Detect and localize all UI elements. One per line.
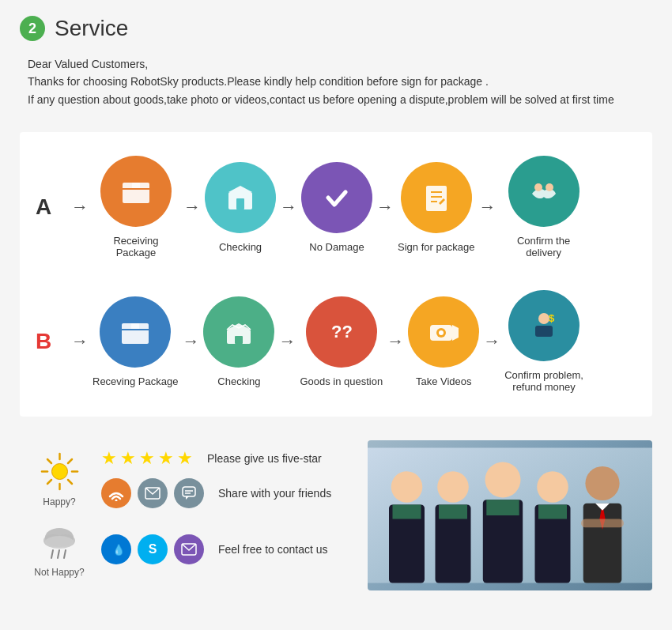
arrow-a-4: → xyxy=(479,197,496,217)
icon-receving-package xyxy=(100,296,171,368)
svg-point-19 xyxy=(439,330,444,335)
flow-item-b1: Receving Package xyxy=(92,296,178,387)
arrow-a-start: → xyxy=(71,197,89,217)
arrow-a-3: → xyxy=(376,197,394,217)
not-happy-label: Not Happy? xyxy=(34,567,84,578)
svg-rect-65 xyxy=(581,519,624,528)
svg-rect-5 xyxy=(426,186,447,211)
svg-point-9 xyxy=(534,183,542,191)
svg-marker-20 xyxy=(452,325,459,341)
intro-line2: Thanks for choosing RobotSky products.Pl… xyxy=(28,73,652,90)
happy-icon-wrap: Happy? xyxy=(32,450,87,507)
sun-icon xyxy=(38,450,81,493)
label-b4: Take Videos xyxy=(416,375,472,387)
share-icon-2[interactable] xyxy=(138,478,168,508)
section-number: 2 xyxy=(20,16,45,41)
svg-rect-1 xyxy=(132,183,140,189)
svg-point-21 xyxy=(538,313,549,324)
not-happy-icon-wrap: Not Happy? xyxy=(32,520,87,578)
icon-confirm-delivery xyxy=(508,156,580,227)
row-a-label: A xyxy=(36,194,55,220)
contact-icon-1[interactable]: 💧 xyxy=(101,534,131,564)
svg-rect-12 xyxy=(131,323,139,330)
svg-rect-57 xyxy=(486,500,519,515)
action1-text: Please give us five-star xyxy=(207,452,322,465)
flow-section: A → Receiving Package → xyxy=(20,132,652,417)
flow-row-a: A → Receiving Package → xyxy=(36,156,636,258)
flow-item-b2: Checking xyxy=(203,296,274,387)
rain-icon xyxy=(36,520,83,564)
svg-rect-22 xyxy=(535,326,553,337)
row-b-label: B xyxy=(36,329,55,354)
svg-point-52 xyxy=(437,471,469,503)
svg-line-31 xyxy=(68,459,72,463)
team-svg xyxy=(368,440,652,590)
svg-text:$: $ xyxy=(549,312,555,324)
label-a5: Confirm the delivery xyxy=(500,235,587,258)
not-happy-block: Not Happy? 💧 S xyxy=(32,520,356,578)
icon-confirm-problem: $ xyxy=(508,290,580,361)
section-header: 2 Service xyxy=(20,16,652,41)
label-b5: Confirm problem, refund money xyxy=(504,369,583,393)
intro-text: Dear Valued Customers, Thanks for choosi… xyxy=(28,55,652,108)
arrow-b-3: → xyxy=(387,331,404,352)
svg-text:💧: 💧 xyxy=(112,543,124,556)
icon-goods-question: ?? xyxy=(306,296,377,368)
icon-checking-b xyxy=(203,296,274,368)
svg-point-49 xyxy=(391,471,423,503)
arrow-b-1: → xyxy=(182,331,199,352)
main-container: 2 Service Dear Valued Customers, Thanks … xyxy=(0,0,672,614)
label-a4: Sign for package xyxy=(398,241,475,253)
happy-label: Happy? xyxy=(43,496,75,507)
share-icon-3[interactable] xyxy=(174,478,204,508)
stars-action-row: ★ ★ ★ ★ ★ Please give us five-star xyxy=(101,448,331,469)
svg-rect-35 xyxy=(183,487,195,496)
svg-point-58 xyxy=(537,471,568,503)
svg-line-43 xyxy=(58,550,59,558)
svg-line-32 xyxy=(47,480,51,484)
svg-point-10 xyxy=(546,183,553,191)
arrow-a-2: → xyxy=(280,197,297,217)
flow-item-a4: Sign for package xyxy=(398,162,475,253)
arrow-b-2: → xyxy=(278,331,296,352)
bottom-section: Happy? ★ ★ ★ ★ ★ Please give us five-sta… xyxy=(20,432,652,598)
svg-rect-51 xyxy=(393,505,421,519)
svg-point-55 xyxy=(485,462,521,498)
svg-line-30 xyxy=(68,480,72,484)
share-icon-1[interactable] xyxy=(101,478,131,508)
svg-rect-60 xyxy=(538,505,567,519)
svg-line-44 xyxy=(64,550,66,558)
contact-icon-3[interactable] xyxy=(174,534,204,564)
svg-line-29 xyxy=(47,459,51,463)
intro-line1: Dear Valued Customers, xyxy=(28,55,652,73)
label-b2: Checking xyxy=(217,375,260,387)
flow-item-b5: $ Confirm problem, refund money xyxy=(504,290,583,393)
arrow-b-start: → xyxy=(71,331,89,352)
happy-block: Happy? ★ ★ ★ ★ ★ Please give us five-sta… xyxy=(32,448,356,508)
label-b3: Goods in question xyxy=(300,375,383,387)
bottom-left: Happy? ★ ★ ★ ★ ★ Please give us five-sta… xyxy=(20,440,368,590)
svg-rect-15 xyxy=(235,336,243,344)
team-photo-area xyxy=(368,440,652,590)
share-action-row: Share with your friends xyxy=(101,478,331,508)
contact-icons-not-happy: 💧 S xyxy=(101,534,204,564)
arrow-b-4: → xyxy=(483,331,500,352)
flow-item-b3: ?? Goods in question xyxy=(300,296,383,387)
icon-sign-package xyxy=(401,162,472,233)
icon-receiving-package xyxy=(100,156,172,227)
svg-rect-4 xyxy=(236,198,244,209)
contact-icon-2[interactable]: S xyxy=(138,534,168,564)
label-b1: Receving Package xyxy=(92,375,178,387)
flow-item-a1: Receiving Package xyxy=(92,156,179,258)
flow-item-a2: Checking xyxy=(205,162,276,253)
svg-point-24 xyxy=(51,463,67,479)
label-a1: Receiving Package xyxy=(92,235,179,258)
flow-item-a5: Confirm the delivery xyxy=(500,156,587,258)
flow-item-a3: No Damage xyxy=(301,162,372,253)
intro-line3: If any question about goods,take photo o… xyxy=(28,91,652,108)
label-a2: Checking xyxy=(219,241,262,253)
stars-row: ★ ★ ★ ★ ★ xyxy=(101,448,193,469)
icon-no-damage xyxy=(301,162,372,233)
team-photo xyxy=(368,440,652,590)
share-icons xyxy=(101,478,204,508)
